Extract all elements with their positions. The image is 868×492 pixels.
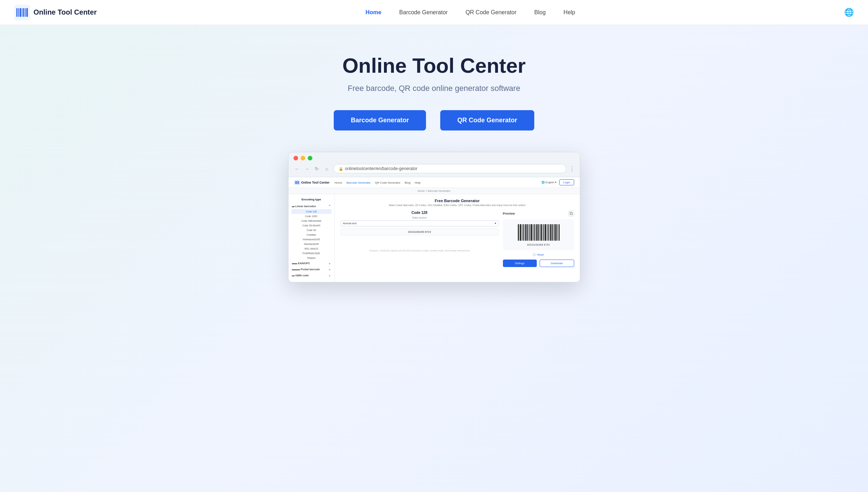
svg-rect-30 (534, 224, 535, 241)
mini-sidebar-ean-label: ▬▬ EAN/UPC (292, 262, 310, 265)
svg-rect-11 (296, 181, 296, 184)
svg-rect-39 (547, 224, 547, 241)
mini-sidebar-postal-label: ▬▬▬ Postal barcode (292, 268, 320, 271)
mini-sidebar-section-ean[interactable]: ▬▬ EAN/UPC ⌄ (289, 260, 334, 266)
svg-rect-34 (540, 224, 540, 241)
mini-breadcrumb: Home > Barcode Generator (289, 188, 580, 194)
mini-barcode-input[interactable]: 20231030289 8723 (341, 229, 499, 235)
nav-item-home[interactable]: Home (365, 9, 381, 16)
mini-copy-button[interactable] (568, 211, 574, 216)
svg-rect-24 (525, 224, 526, 241)
mini-sidebar-item-code128[interactable]: Code 128 (291, 209, 332, 214)
mini-left-panel: Code 128 Data source Normal text ▾ 20231… (341, 211, 499, 267)
nav-item-blog[interactable]: Blog (534, 9, 546, 16)
mini-nav-barcode[interactable]: Barcode Generator (347, 180, 371, 184)
mini-sidebar-ean-expand: ⌄ (328, 262, 331, 265)
mini-logo[interactable]: Online Tool Center (294, 180, 330, 185)
more-button[interactable]: ⋮ (569, 165, 575, 172)
nav-item-qr[interactable]: QR Code Generator (466, 9, 516, 16)
back-button[interactable]: ← (293, 165, 301, 172)
svg-rect-32 (536, 224, 537, 241)
mini-site: Online Tool Center Home Barcode Generato… (289, 177, 580, 282)
mini-sidebar-section-linear[interactable]: ▬ Linear barcodes ⌃ (289, 203, 334, 209)
mini-download-button[interactable]: Download (540, 260, 574, 267)
mini-login-button[interactable]: Login (559, 179, 574, 185)
copy-icon (570, 212, 573, 215)
nav-logo[interactable]: Online Tool Center (14, 5, 97, 20)
svg-rect-35 (541, 224, 542, 241)
svg-rect-19 (519, 224, 519, 241)
globe-icon[interactable]: 🌐 (844, 8, 854, 17)
minimize-dot[interactable] (301, 156, 305, 160)
mini-datasource-label: Data source (341, 216, 499, 219)
mini-datasource-select[interactable]: Normal text ▾ (341, 220, 499, 226)
svg-rect-4 (22, 8, 22, 17)
svg-rect-18 (518, 224, 519, 241)
svg-rect-23 (524, 224, 525, 241)
browser-mockup: ← → ↻ ⌂ 🔒 onlinetoolcenter/en/barcode-ge… (288, 152, 580, 282)
mini-reset-button[interactable]: ◯ Reset (503, 253, 574, 256)
svg-rect-12 (297, 181, 297, 184)
navbar: Online Tool Center Home Barcode Generato… (0, 0, 868, 25)
mini-nav-qr[interactable]: QR Code Generator (375, 180, 401, 184)
mini-globe-icon: 🌐 (541, 181, 545, 184)
mini-sidebar-item-code128c[interactable]: Code 128C (289, 214, 334, 219)
svg-rect-2 (18, 8, 19, 17)
svg-rect-47 (558, 224, 558, 241)
mini-sidebar-item-code93[interactable]: Code 93 (289, 228, 334, 232)
mini-nav-blog[interactable]: Blog (405, 180, 410, 184)
mini-lang-text: English (545, 181, 554, 184)
svg-rect-21 (522, 224, 522, 241)
nav-item-help[interactable]: Help (563, 9, 575, 16)
mini-sidebar-item-codabar[interactable]: Codabar (289, 232, 334, 237)
close-dot[interactable] (293, 156, 298, 160)
svg-rect-45 (555, 224, 556, 241)
svg-rect-20 (520, 224, 521, 241)
mini-main-content: Free Barcode Generator Make Linear Barco… (335, 194, 580, 282)
mini-nav-home[interactable]: Home (334, 180, 342, 184)
nav-logo-text: Online Tool Center (33, 8, 97, 16)
forward-button[interactable]: → (303, 165, 311, 172)
mini-sidebar-section-isbn[interactable]: ▬ ISBN code ⌄ (289, 272, 334, 278)
mini-preview-title: Preview (503, 212, 515, 215)
mini-sidebar-item-standard2of5[interactable]: Standard2of5 (289, 242, 334, 246)
svg-rect-43 (552, 224, 553, 241)
refresh-button[interactable]: ↻ (313, 165, 321, 172)
mini-language-selector[interactable]: 🌐 English ▾ (541, 181, 556, 184)
mini-datasource-value: Normal text (343, 222, 357, 225)
mini-main-row: Code 128 Data source Normal text ▾ 20231… (341, 211, 574, 267)
mini-sidebar-item-interleaved[interactable]: Interleaved2of5 (289, 237, 334, 242)
maximize-dot[interactable] (308, 156, 312, 160)
mini-sidebar-section-label: ▬ Linear barcodes (292, 205, 316, 208)
hero-section: Online Tool Center Free barcode, QR code… (0, 25, 868, 300)
mini-settings-button[interactable]: Settings (503, 260, 537, 267)
mini-nav-right: 🌐 English ▾ Login (541, 179, 574, 185)
mini-sidebar-item-telepen[interactable]: Telepen (289, 256, 334, 260)
mini-sidebar-isbn-expand: ⌄ (328, 274, 331, 277)
lock-icon: 🔒 (339, 167, 343, 171)
svg-rect-29 (533, 224, 533, 241)
svg-rect-28 (531, 224, 532, 241)
hero-title: Online Tool Center (7, 53, 861, 77)
mini-sidebar-item-pharmacade[interactable]: PHARMACADE (289, 251, 334, 256)
mini-sidebar-postal-expand: ⌄ (328, 268, 331, 271)
address-bar[interactable]: 🔒 onlinetoolcenter/en/barcode-generator (333, 164, 566, 173)
mini-sidebar-item-code39mod[interactable]: Code 39-Mod43 (289, 223, 334, 228)
mini-sidebar-section-postal[interactable]: ▬▬▬ Postal barcode ⌄ (289, 266, 334, 272)
barcode-generator-button[interactable]: Barcode Generator (334, 110, 426, 130)
mini-sidebar-item-code39ext[interactable]: Code 39Extended (289, 219, 334, 223)
svg-rect-40 (548, 224, 549, 241)
svg-rect-48 (559, 224, 560, 241)
home-button[interactable]: ⌂ (323, 165, 331, 172)
qr-code-generator-button[interactable]: QR Code Generator (440, 110, 534, 130)
mini-sidebar-item-msl[interactable]: MSL-Mod10 (289, 246, 334, 251)
mini-logo-text: Online Tool Center (301, 181, 330, 184)
mini-sidebar-title: Encoding type (289, 198, 334, 203)
svg-rect-41 (549, 224, 550, 241)
mini-action-buttons: Settings Download (503, 260, 574, 267)
nav-item-barcode[interactable]: Barcode Generator (399, 9, 448, 16)
mini-sidebar: Encoding type ▬ Linear barcodes ⌃ Code 1… (289, 194, 335, 282)
mini-page-title: Free Barcode Generator (341, 199, 574, 203)
svg-rect-31 (535, 224, 536, 241)
mini-nav-help[interactable]: Help (415, 180, 420, 184)
